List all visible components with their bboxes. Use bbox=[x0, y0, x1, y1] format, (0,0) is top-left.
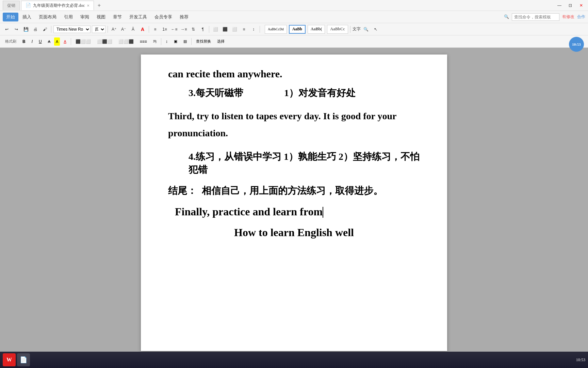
bullet-list-button[interactable]: ≡ bbox=[151, 25, 159, 33]
divider7 bbox=[71, 38, 71, 45]
sort-button[interactable]: ⇅ bbox=[189, 25, 197, 33]
find-replace2-button[interactable]: 查找替换 bbox=[194, 37, 213, 46]
menu-page-layout[interactable]: 页面布局 bbox=[35, 13, 60, 21]
add-tab-button[interactable]: + bbox=[95, 2, 103, 9]
menu-recommend[interactable]: 推荐 bbox=[176, 13, 192, 21]
window-controls: — ⊡ ✕ bbox=[555, 1, 585, 10]
save-status: 有修改 bbox=[562, 14, 574, 20]
taskbar-time: 10:53 bbox=[576, 357, 585, 363]
select2-button[interactable]: 选择 bbox=[215, 37, 227, 46]
conclusion-text: 相信自己，用上面的方法练习，取得进步。 bbox=[202, 185, 383, 196]
menu-references[interactable]: 引用 bbox=[61, 13, 76, 21]
redo-button[interactable]: ↪ bbox=[12, 25, 20, 33]
menu-insert[interactable]: 插入 bbox=[19, 13, 35, 21]
divider9 bbox=[191, 38, 192, 45]
line-spacing-button[interactable]: ↕ bbox=[249, 25, 258, 33]
format-brush-button[interactable]: 🖌 bbox=[41, 25, 49, 33]
section3-number: 3. bbox=[189, 88, 196, 98]
select-button[interactable]: ↖ bbox=[372, 25, 380, 33]
minimize-button[interactable]: — bbox=[555, 1, 564, 10]
clock-badge: 10:53 bbox=[569, 37, 584, 52]
clock-time: 10:53 bbox=[572, 42, 581, 46]
underline-button[interactable]: U bbox=[36, 37, 44, 46]
menu-developer[interactable]: 开发工具 bbox=[126, 13, 150, 21]
body-text-1-line2: pronunciation. bbox=[168, 125, 420, 142]
taskbar: W 📄 10:53 bbox=[0, 352, 588, 368]
font-increase-button[interactable]: A⁺ bbox=[110, 25, 118, 33]
doc-icon: 📄 bbox=[26, 3, 31, 8]
taskbar-wps-icon[interactable]: W bbox=[3, 353, 16, 366]
align-right2-button[interactable]: ⬜⬜⬛ bbox=[116, 37, 136, 46]
tab-doc-label: 九年级英语期中作文必背.doc bbox=[33, 3, 85, 9]
menu-review[interactable]: 审阅 bbox=[77, 13, 93, 21]
align-left2-button[interactable]: ⬛⬜⬜ bbox=[73, 37, 93, 46]
taskbar-right: 10:53 bbox=[576, 357, 585, 363]
align-justify-button[interactable]: ≡ bbox=[240, 25, 248, 33]
font-color2-button[interactable]: A bbox=[61, 37, 68, 46]
divider3 bbox=[149, 26, 149, 33]
undo-button[interactable]: ↩ bbox=[3, 25, 11, 33]
restore-button[interactable]: ⊡ bbox=[566, 1, 574, 10]
taskbar-doc-icon[interactable]: 📄 bbox=[17, 353, 30, 366]
menu-start[interactable]: 开始 bbox=[3, 13, 18, 21]
style-h1[interactable]: AaBb bbox=[289, 25, 306, 34]
clear-format-button[interactable]: Ā bbox=[129, 25, 137, 33]
text-cursor bbox=[323, 207, 323, 218]
toolbar-format: 格式刷 B I U A A A ⬛⬜⬜ ⬜⬛⬜ ⬜⬜⬛ ≡≡≡ 均 ↕ ▣ ▤ … bbox=[0, 35, 588, 48]
divider8 bbox=[161, 38, 161, 45]
strikethrough-button[interactable]: A bbox=[46, 37, 53, 46]
italic-button[interactable]: I bbox=[29, 37, 35, 46]
section3-heading: 3. 每天听磁带 1）对发音有好处 bbox=[168, 87, 420, 99]
align-center-button[interactable]: ⬛ bbox=[221, 25, 229, 33]
print-button[interactable]: 🖨 bbox=[31, 25, 39, 33]
shading-button[interactable]: ▣ bbox=[172, 37, 180, 46]
menu-member[interactable]: 会员专享 bbox=[151, 13, 176, 21]
close-button[interactable]: ✕ bbox=[577, 1, 585, 10]
collab-label: 合作 bbox=[577, 14, 585, 20]
divider5 bbox=[260, 26, 260, 33]
title-bar: 促销 📄 九年级英语期中作文必背.doc ✕ + — ⊡ ✕ bbox=[0, 0, 588, 11]
final-text[interactable]: Finally, practice and learn from bbox=[168, 205, 420, 218]
toolbar-main: ↩ ↪ 💾 🖨 🖌 Times New Ro 宋体 黑体 四号 小四 三号 A⁺… bbox=[0, 23, 588, 35]
search-input[interactable] bbox=[512, 13, 559, 21]
indent-increase-button[interactable]: →≡ bbox=[180, 25, 188, 33]
conclusion: 结尾： 相信自己，用上面的方法练习，取得进步。 bbox=[168, 184, 420, 197]
format-toolbar-btn[interactable]: 格式刷 bbox=[3, 37, 19, 46]
font-name-selector[interactable]: Times New Ro 宋体 黑体 bbox=[53, 26, 91, 33]
border-button[interactable]: ▤ bbox=[181, 37, 189, 46]
find-replace-button[interactable]: 🔍 bbox=[362, 25, 370, 33]
tab-doc[interactable]: 📄 九年级英语期中作文必背.doc ✕ bbox=[21, 1, 94, 10]
style-h3[interactable]: AaBbCc bbox=[327, 25, 348, 34]
distribute-button[interactable]: 均 bbox=[151, 37, 159, 46]
align-right-button[interactable]: ⬜ bbox=[230, 25, 239, 33]
divider6 bbox=[350, 26, 350, 33]
section4-heading: 4.练习，从错误中学习 1）孰能生巧 2）坚持练习，不怕犯错 bbox=[168, 150, 420, 176]
style-h2[interactable]: AaBb( bbox=[308, 25, 325, 34]
font-decrease-button[interactable]: A⁻ bbox=[119, 25, 128, 33]
style-previews: AaBbCcDd AaBb AaBb( AaBbCc bbox=[265, 25, 348, 34]
style-normal[interactable]: AaBbCcDd bbox=[265, 25, 287, 34]
body-text-1-line1: Third, try to listen to tapes every day.… bbox=[168, 108, 420, 125]
menu-view[interactable]: 视图 bbox=[93, 13, 109, 21]
align-left-button[interactable]: ⬜ bbox=[211, 25, 219, 33]
menu-chapter[interactable]: 章节 bbox=[110, 13, 125, 21]
paragraph-button[interactable]: ¶ bbox=[199, 25, 207, 33]
align-justify2-button[interactable]: ≡≡≡ bbox=[137, 37, 149, 46]
align-center2-button[interactable]: ⬜⬛⬜ bbox=[95, 37, 115, 46]
close-tab-icon[interactable]: ✕ bbox=[87, 4, 89, 7]
divider1 bbox=[51, 26, 51, 33]
center-title: How to learn English well bbox=[168, 226, 420, 239]
highlight-button[interactable]: A bbox=[54, 37, 60, 46]
text-layout-button[interactable]: 文字 bbox=[353, 25, 361, 33]
font-color-button[interactable]: A bbox=[138, 25, 147, 33]
conclusion-label: 结尾： bbox=[168, 185, 197, 196]
tab-promo[interactable]: 促销 bbox=[3, 1, 20, 10]
doc-container: can recite them anywhere. 3. 每天听磁带 1）对发音… bbox=[0, 48, 588, 358]
indent-decrease-button[interactable]: ←≡ bbox=[170, 25, 178, 33]
save-button[interactable]: 💾 bbox=[22, 25, 30, 33]
bold-button[interactable]: B bbox=[20, 37, 28, 46]
font-size-selector[interactable]: 四号 小四 三号 bbox=[92, 26, 105, 33]
numbered-list-button[interactable]: 1≡ bbox=[161, 25, 169, 33]
tab-strip: 促销 📄 九年级英语期中作文必背.doc ✕ + bbox=[3, 1, 103, 10]
line-spacing2-button[interactable]: ↕ bbox=[163, 37, 170, 46]
